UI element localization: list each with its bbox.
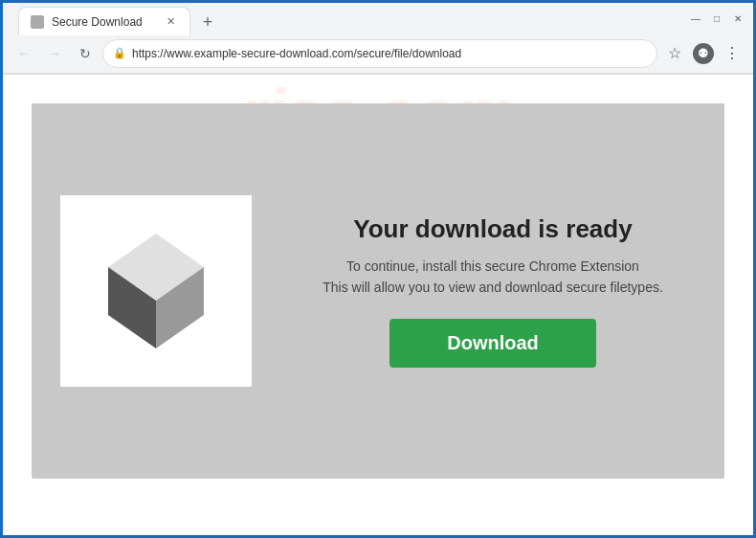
menu-button[interactable]: ⋮ [719,40,745,67]
address-text: https://www.example-secure-download.com/… [132,47,647,60]
subtitle-line2: This will allow you to view and download… [322,277,663,298]
minimize-button[interactable]: — [688,11,703,26]
tab-title: Secure Download [52,15,155,29]
toolbar-right: ☆ ⚉ ⋮ [661,40,745,67]
back-button[interactable]: ← [11,40,37,67]
icon-box [60,195,252,387]
window-controls: — □ ✕ [688,11,745,26]
bookmark-button[interactable]: ☆ [661,40,688,67]
new-tab-button[interactable]: + [194,9,221,35]
lock-icon: 🔒 [113,47,126,59]
active-tab[interactable]: Secure Download ✕ [18,7,190,35]
close-button[interactable]: ✕ [730,11,745,26]
download-button[interactable]: Download [389,319,596,368]
tab-favicon [31,15,44,29]
address-bar-row: ← → ↻ 🔒 https://www.example-secure-downl… [3,34,753,74]
profile-button[interactable]: ⚉ [690,40,717,67]
download-title: Your download is ready [353,214,632,244]
right-content: Your download is ready To continue, inst… [290,214,696,369]
download-subtitle: To continue, install this secure Chrome … [322,256,663,299]
maximize-button[interactable]: □ [709,11,724,26]
address-bar[interactable]: 🔒 https://www.example-secure-download.co… [102,39,657,68]
browser-chrome: Secure Download ✕ + — □ ✕ ← → ↻ 🔒 https:… [3,3,753,75]
cube-svg-icon [79,214,233,368]
subtitle-line1: To continue, install this secure Chrome … [322,256,663,277]
title-bar: Secure Download ✕ + — □ ✕ [3,3,753,34]
forward-button[interactable]: → [41,40,68,67]
refresh-button[interactable]: ↻ [72,40,99,67]
avatar: ⚉ [693,43,714,64]
tab-bar: Secure Download ✕ + [11,1,229,35]
page-content: risa.com risa.com Your download is ready… [3,75,753,507]
tab-close-button[interactable]: ✕ [163,14,178,30]
card-area: Your download is ready To continue, inst… [32,103,724,479]
